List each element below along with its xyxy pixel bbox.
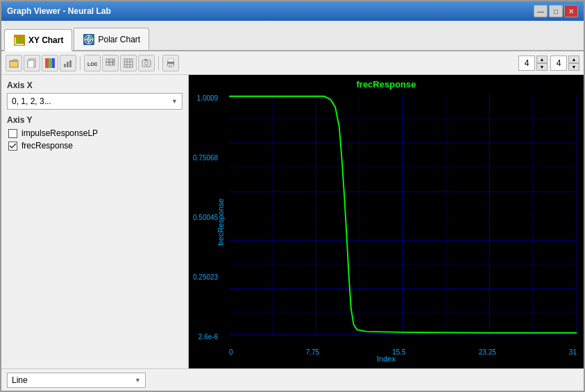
svg-point-32 — [145, 62, 149, 65]
xy-chart-icon — [13, 34, 26, 46]
line-type-dropdown[interactable]: Line ▼ — [7, 373, 146, 388]
svg-rect-24 — [113, 59, 115, 62]
minimize-button[interactable]: — — [534, 5, 548, 17]
log-button[interactable]: LOG — [84, 55, 101, 71]
spin-group-2: 4 ▲ ▼ — [550, 56, 579, 71]
svg-rect-18 — [69, 60, 71, 67]
bar-button[interactable] — [60, 55, 76, 71]
svg-rect-26 — [124, 59, 133, 67]
maximize-button[interactable]: □ — [549, 5, 563, 17]
svg-rect-25 — [113, 62, 115, 65]
svg-rect-14 — [49, 58, 52, 68]
tab-xy-label: XY Chart — [28, 35, 63, 45]
svg-rect-13 — [45, 58, 49, 68]
series-checkbox-frec[interactable] — [8, 142, 17, 151]
series-list: impulseResponseLP frecResponse — [7, 128, 183, 151]
svg-rect-31 — [142, 60, 151, 67]
toolbar: LOG — [1, 51, 584, 75]
screenshot-button[interactable] — [138, 55, 155, 71]
x-axis-label: Index — [189, 355, 584, 363]
tab-xy[interactable]: XY Chart — [4, 29, 72, 51]
y-tick-2: 0.75068 — [193, 154, 218, 162]
axis-x-heading: Axis X — [7, 80, 183, 90]
series-item-impulse: impulseResponseLP — [7, 128, 183, 139]
series-checkbox-impulse[interactable] — [8, 129, 17, 138]
chart-svg — [229, 94, 577, 341]
svg-rect-22 — [106, 62, 109, 65]
spin2-arrows: ▲ ▼ — [568, 56, 579, 71]
open-button[interactable] — [6, 55, 22, 71]
print-button[interactable] — [162, 55, 179, 71]
left-panel: Axis X 0, 1, 2, 3... ▼ Axis Y impulseRes… — [1, 75, 189, 368]
spin-group-1: 4 ▲ ▼ — [518, 56, 548, 71]
axis-x-arrow: ▼ — [171, 98, 178, 105]
line-type-arrow: ▼ — [135, 377, 141, 384]
y-tick-3: 0.50045 — [193, 214, 218, 221]
spin2-value[interactable]: 4 — [550, 56, 567, 71]
svg-rect-36 — [168, 64, 173, 67]
svg-rect-9 — [10, 61, 18, 67]
svg-rect-35 — [168, 59, 173, 62]
svg-rect-15 — [52, 58, 55, 68]
spin2-up[interactable]: ▲ — [568, 56, 579, 63]
spin1-value[interactable]: 4 — [518, 56, 535, 71]
svg-rect-20 — [106, 59, 109, 62]
tab-polar-label: Polar Chart — [98, 35, 140, 44]
title-bar: Graph Viewer - Neural Lab — □ ✕ — [1, 1, 584, 21]
y-tick-4: 0.25023 — [193, 273, 218, 281]
tab-polar[interactable]: Polar Chart — [74, 28, 149, 50]
axis-x-dropdown[interactable]: 0, 1, 2, 3... ▼ — [7, 93, 183, 110]
copy-button[interactable] — [24, 55, 40, 71]
svg-marker-10 — [10, 60, 17, 61]
close-button[interactable]: ✕ — [564, 5, 578, 17]
main-content: Axis X 0, 1, 2, 3... ▼ Axis Y impulseRes… — [1, 75, 584, 368]
spin1-arrows: ▲ ▼ — [536, 56, 548, 71]
y-tick-5: 2.6e-6 — [198, 333, 218, 341]
window-title: Graph Viewer - Neural Lab — [7, 6, 111, 16]
svg-rect-33 — [144, 59, 147, 60]
grid-button[interactable] — [102, 55, 119, 71]
spin1-up[interactable]: ▲ — [536, 56, 548, 63]
chart-plot-area: 1.0009 0.75068 0.50045 0.25023 2.6e-6 0 … — [229, 94, 577, 341]
window-controls: — □ ✕ — [534, 5, 578, 17]
tabs-bar: XY Chart Polar Chart — [1, 21, 584, 51]
color-button[interactable] — [42, 55, 58, 71]
line-type-value: Line — [12, 375, 28, 385]
series-label-frec: frecResponse — [22, 141, 73, 151]
svg-rect-21 — [110, 59, 112, 62]
spin1-down[interactable]: ▼ — [536, 63, 548, 71]
chart-area: frecResponse frecResponse — [189, 75, 584, 368]
series-label-impulse: impulseResponseLP — [22, 128, 98, 138]
y-tick-1: 1.0009 — [197, 94, 219, 102]
main-window: Graph Viewer - Neural Lab — □ ✕ XY Chart — [0, 0, 585, 392]
toolbar-right: 4 ▲ ▼ 4 ▲ ▼ — [518, 56, 579, 71]
svg-rect-23 — [110, 62, 112, 65]
table-button[interactable] — [120, 55, 137, 71]
svg-text:LOG: LOG — [87, 62, 97, 67]
svg-rect-12 — [28, 60, 34, 68]
axis-x-value: 0, 1, 2, 3... — [12, 96, 51, 106]
separator-2 — [158, 56, 159, 70]
polar-chart-icon — [83, 33, 95, 46]
series-item-frec: frecResponse — [7, 140, 183, 151]
bottom-bar: Line ▼ — [1, 368, 584, 391]
separator-1 — [80, 56, 80, 70]
chart-title: frecResponse — [189, 79, 584, 90]
spin2-down[interactable]: ▼ — [568, 63, 579, 71]
axis-y-heading: Axis Y — [7, 115, 183, 125]
y-tick-labels: 1.0009 0.75068 0.50045 0.25023 2.6e-6 — [193, 94, 218, 341]
svg-rect-16 — [64, 64, 66, 67]
svg-rect-17 — [67, 62, 69, 67]
